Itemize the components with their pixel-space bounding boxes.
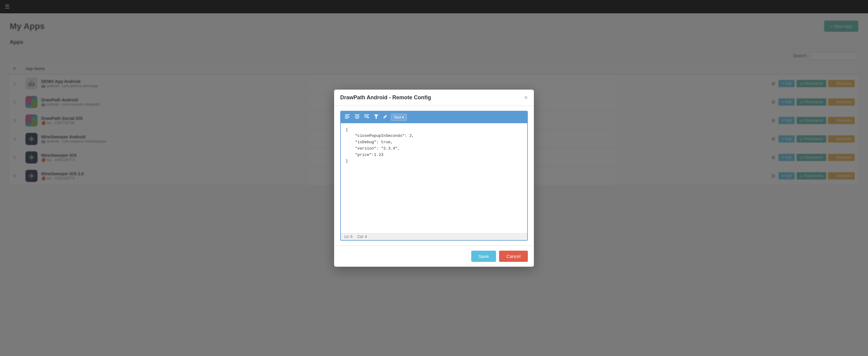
svg-rect-31	[364, 114, 369, 115]
modal-header: DrawPath Android - Remote Config ×	[334, 90, 534, 106]
svg-marker-35	[374, 114, 378, 119]
svg-rect-25	[345, 117, 350, 117]
svg-marker-34	[367, 116, 369, 118]
toolbar-wrench-icon[interactable]	[382, 114, 389, 120]
svg-rect-27	[355, 114, 360, 115]
svg-point-36	[383, 117, 384, 118]
toolbar-align-center-icon[interactable]	[353, 114, 361, 120]
remote-config-modal: DrawPath Android - Remote Config ×	[334, 90, 534, 193]
svg-rect-33	[364, 117, 367, 117]
editor-textarea[interactable]	[341, 123, 527, 193]
modal-overlay: DrawPath Android - Remote Config ×	[0, 0, 868, 192]
toolbar-text-dropdown[interactable]: Text ▾	[391, 114, 407, 121]
toolbar-filter-icon[interactable]	[373, 114, 379, 120]
svg-rect-29	[355, 117, 360, 117]
svg-rect-30	[355, 118, 359, 119]
modal-close-button[interactable]: ×	[524, 94, 528, 100]
svg-rect-23	[345, 114, 350, 115]
svg-rect-24	[345, 116, 349, 116]
toolbar-align-left-icon[interactable]	[344, 114, 351, 120]
modal-title: DrawPath Android - Remote Config	[340, 94, 431, 101]
svg-rect-28	[355, 116, 359, 116]
editor-container: Text ▾ Ln: 5 Col: 4	[340, 111, 528, 193]
svg-rect-26	[345, 118, 348, 119]
svg-rect-32	[364, 116, 368, 116]
modal-body: Text ▾ Ln: 5 Col: 4	[334, 106, 534, 193]
toolbar-sort-icon[interactable]	[363, 114, 370, 120]
editor-toolbar: Text ▾	[341, 111, 527, 123]
